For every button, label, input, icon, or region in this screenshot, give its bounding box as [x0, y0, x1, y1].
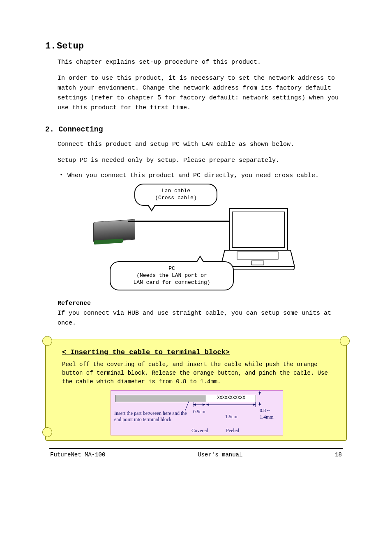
reference-note: Reference If you connect via HUB and use… — [58, 299, 347, 328]
svg-marker-8 — [203, 403, 205, 406]
subsection-title: Connecting — [58, 125, 103, 134]
scroll-curl-icon — [42, 427, 52, 437]
terminal-block-tip: < Inserting the cable to terminal block>… — [45, 339, 347, 441]
tip-heading: < Inserting the cable to terminal block> — [62, 348, 332, 356]
section-heading: 1.Setup — [45, 41, 347, 51]
fig-peeled-label: Peeled — [226, 428, 239, 434]
subsection-heading: 2. Connecting — [45, 125, 347, 134]
intro-paragraph-2: In order to use this product, it is nece… — [58, 74, 347, 113]
cross-cable-bullet: ・When you connect this product and PC di… — [58, 170, 347, 180]
svg-marker-14 — [258, 392, 261, 395]
fig-insert-text: Insert the part betweeen here and the en… — [114, 410, 192, 423]
fig-covered-label: Covered — [191, 428, 208, 434]
fig-peeled-dim: 1.5cm — [225, 414, 238, 420]
fig-diameter-range: 0.8～1.4mm — [260, 407, 281, 420]
footer-doc-title: User's manual — [105, 451, 335, 458]
bullet-text: When you connect this product and PC dir… — [67, 172, 319, 179]
section-title: Setup — [57, 41, 84, 51]
intro-paragraph-1: This chapter explains set-up procedure o… — [58, 58, 347, 67]
connection-diagram: Lan cable (Cross cable) PC (Needs the LA… — [85, 184, 307, 290]
footer-product: FutureNet MA-100 — [50, 451, 105, 458]
bullet-icon: ・ — [58, 171, 65, 179]
tip-text: Peel off the covering of cable, and inse… — [62, 360, 332, 386]
pc-callout: PC (Needs the LAN port or LAN card for c… — [110, 261, 234, 290]
scroll-curl-icon — [340, 336, 350, 346]
connecting-paragraph-1: Connect this product and setup PC with L… — [58, 140, 347, 150]
svg-line-4 — [185, 401, 189, 411]
fig-covered-dim: 0.5cm — [193, 409, 205, 415]
svg-marker-7 — [193, 403, 196, 406]
wire-stripping-figure: XXXXXXXXXXX Insert the part betwee — [111, 390, 283, 435]
subsection-number: 2. — [45, 125, 54, 134]
connecting-paragraph-2: Setup PC is needed only by setup. Please… — [58, 156, 347, 166]
reference-label: Reference — [58, 300, 91, 307]
cable-callout: Lan cable (Cross cable) — [134, 184, 217, 206]
svg-marker-11 — [253, 403, 256, 406]
page-footer: FutureNet MA-100 User's manual 18 — [45, 449, 347, 458]
lan-cable-line — [128, 221, 231, 235]
laptop-icon — [221, 208, 295, 270]
svg-marker-10 — [206, 403, 209, 406]
svg-marker-16 — [258, 402, 261, 405]
scroll-curl-icon — [42, 336, 52, 346]
svg-marker-0 — [221, 250, 295, 267]
reference-text: If you connect via HUB and use straight … — [58, 310, 331, 327]
section-number: 1. — [45, 41, 57, 51]
footer-page-number: 18 — [335, 451, 342, 458]
